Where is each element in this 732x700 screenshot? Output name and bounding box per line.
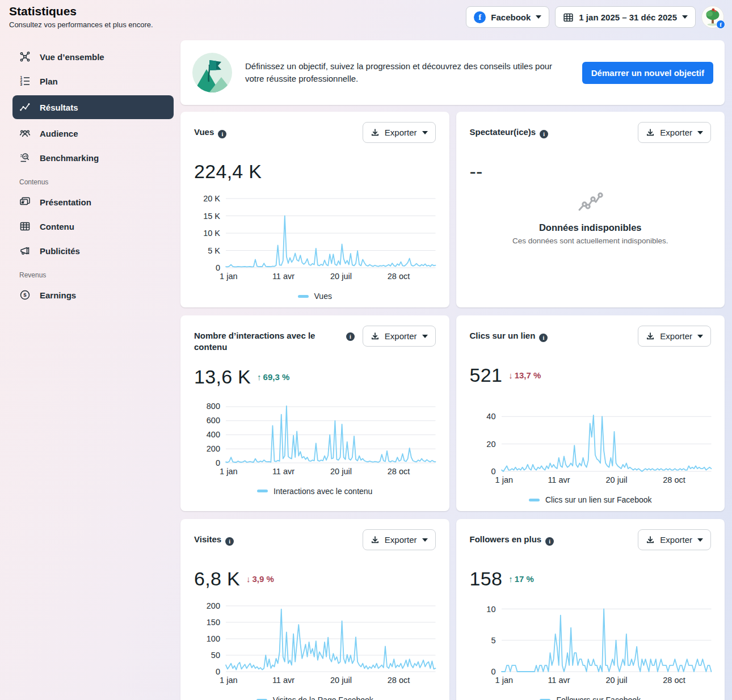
y-axis-tick: 0: [491, 467, 495, 476]
chart-legend: Clics sur un lien sur Facebook: [470, 495, 712, 504]
card-vues: Vuesi Exporter 224,4 K 05 K10 K15 K20 K1…: [180, 112, 449, 307]
header-controls: f Facebook 1 jan 2025 – 31 déc 2025: [466, 6, 724, 28]
facebook-badge-icon: f: [716, 20, 725, 29]
goal-banner: Définissez un objectif, suivez la progre…: [180, 40, 725, 105]
info-icon[interactable]: i: [218, 130, 226, 138]
download-icon: [371, 332, 380, 341]
x-axis-tick: 11 avr: [272, 272, 295, 281]
presentation-cards-icon: [19, 196, 31, 208]
x-axis-tick: 1 jan: [495, 676, 513, 685]
download-icon: [646, 128, 655, 137]
svg-text:3: 3: [20, 82, 23, 86]
sidebar-item-plan[interactable]: 1 2 3 Plan: [12, 71, 174, 91]
sidebar-item-label: Présentation: [40, 197, 91, 207]
y-axis-tick: 0: [216, 667, 220, 676]
sidebar-item-earnings[interactable]: $ Earnings: [12, 285, 174, 305]
no-data-chart-icon: [577, 192, 603, 214]
export-button[interactable]: Exporter: [363, 529, 436, 550]
goal-banner-text: Définissez un objectif, suivez la progre…: [245, 60, 570, 85]
chevron-down-icon: [422, 131, 428, 134]
x-axis-tick: 20 juil: [606, 676, 628, 685]
info-icon[interactable]: i: [545, 537, 554, 546]
sidebar-section-contenus: Contenus: [19, 178, 174, 186]
chart-legend: Visites de la Page Facebook: [194, 695, 436, 700]
delta-down: ↓13,7 %: [508, 370, 541, 380]
sidebar-item-label: Audience: [40, 129, 78, 138]
y-axis-tick: 100: [207, 634, 220, 643]
platform-selector[interactable]: f Facebook: [466, 6, 549, 28]
y-axis-tick: 400: [207, 430, 220, 439]
sidebar-item-benchmarking[interactable]: Benchmarking: [12, 147, 174, 168]
delta-down: ↓3,9 %: [246, 574, 274, 584]
card-title: Vuesi: [194, 122, 226, 138]
date-range-selector[interactable]: 1 jan 2025 – 31 déc 2025: [555, 6, 696, 28]
export-button[interactable]: Exporter: [363, 326, 436, 347]
sidebar-item-vue-densemble[interactable]: Vue d’ensemble: [12, 47, 174, 67]
info-icon[interactable]: i: [346, 332, 355, 341]
x-axis-tick: 28 oct: [663, 676, 685, 685]
chevron-down-icon: [536, 15, 541, 19]
metric-value: 13,6 K: [194, 366, 251, 388]
sidebar-item-label: Plan: [40, 77, 58, 86]
y-axis-tick: 10: [486, 605, 495, 614]
y-axis-tick: 40: [486, 412, 495, 421]
card-title: Followers en plusi: [470, 529, 554, 546]
x-axis-tick: 20 juil: [330, 467, 352, 476]
export-button[interactable]: Exporter: [638, 122, 711, 143]
export-button[interactable]: Exporter: [638, 326, 711, 347]
empty-state-title: Données indisponibles: [470, 222, 712, 233]
x-axis-tick: 11 avr: [272, 467, 295, 476]
export-button[interactable]: Exporter: [638, 529, 711, 550]
x-axis-tick: 20 juil: [330, 676, 352, 685]
info-icon[interactable]: i: [539, 334, 548, 342]
card-followers: Followers en plusi Exporter 158 ↑17 % 05…: [456, 519, 725, 700]
chevron-down-icon: [682, 15, 688, 19]
sidebar-item-label: Publicités: [40, 246, 80, 256]
visites-chart: 0501001502001 jan11 avr20 juil28 oct: [194, 606, 436, 686]
chart-legend: Vues: [194, 292, 436, 301]
sidebar: Vue d’ensemble 1 2 3 Plan Résultats: [0, 35, 180, 309]
vues-chart: 05 K10 K15 K20 K1 jan11 avr20 juil28 oct: [194, 199, 436, 282]
metric-value: --: [470, 161, 483, 183]
date-range-label: 1 jan 2025 – 31 déc 2025: [579, 12, 677, 22]
megaphone-icon: [19, 245, 31, 256]
sidebar-item-resultats[interactable]: Résultats: [12, 95, 174, 119]
interactions-chart: 02004006008001 jan11 avr20 juil28 oct: [194, 404, 436, 478]
metric-value: 521: [470, 364, 503, 386]
card-title: Visitesi: [194, 529, 234, 546]
info-icon[interactable]: i: [225, 537, 234, 546]
x-axis-tick: 28 oct: [663, 475, 685, 484]
page-header: Statistiques Consultez vos performances …: [0, 0, 732, 35]
x-axis-tick: 1 jan: [495, 475, 513, 484]
x-axis-tick: 28 oct: [388, 272, 410, 281]
sidebar-item-label: Benchmarking: [40, 153, 99, 163]
dollar-circle-icon: $: [19, 289, 31, 301]
clics-chart: 020401 jan11 avr20 juil28 oct: [470, 412, 712, 486]
info-icon[interactable]: i: [540, 130, 548, 138]
sidebar-item-audience[interactable]: Audience: [12, 123, 174, 144]
sidebar-item-label: Vue d’ensemble: [40, 52, 104, 62]
x-axis-tick: 1 jan: [220, 676, 237, 685]
sidebar-section-revenus: Revenus: [19, 271, 174, 279]
start-new-goal-button[interactable]: Démarrer un nouvel objectif: [582, 62, 713, 84]
sidebar-item-presentation[interactable]: Présentation: [12, 192, 174, 212]
facebook-logo-icon: f: [474, 11, 486, 23]
sidebar-item-publicites[interactable]: Publicités: [12, 241, 174, 261]
export-button[interactable]: Exporter: [363, 122, 436, 143]
card-title: Nombre d’interactions avec le contenu: [194, 326, 339, 353]
x-axis-tick: 20 juil: [606, 475, 628, 484]
card-clics: Clics sur un lieni Exporter 521 ↓13,7 % …: [456, 315, 725, 511]
y-axis-tick: 10 K: [203, 229, 220, 238]
empty-state: Données indisponibles Ces données sont a…: [470, 192, 712, 245]
y-axis-tick: 200: [207, 444, 220, 453]
profile-avatar[interactable]: f: [701, 6, 724, 28]
download-icon: [371, 535, 380, 545]
x-axis-tick: 20 juil: [330, 272, 352, 281]
platform-label: Facebook: [491, 12, 531, 22]
legend-line-swatch: [298, 295, 309, 298]
sidebar-item-contenu[interactable]: Contenu: [12, 216, 174, 237]
card-title: Spectateur(ice)si: [470, 122, 549, 138]
delta-up: ↑69,3 %: [257, 372, 289, 382]
y-axis-tick: 0: [216, 458, 220, 467]
delta-up: ↑17 %: [508, 574, 534, 584]
